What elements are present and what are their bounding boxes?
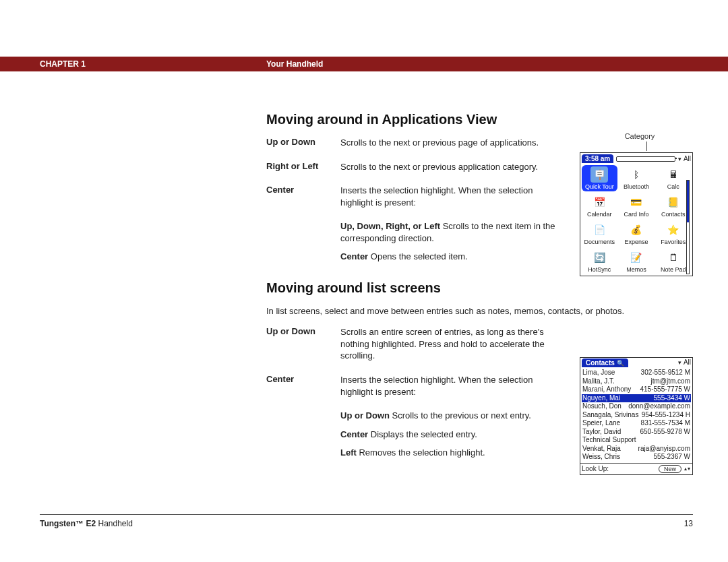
app-label: Memos xyxy=(619,266,655,273)
contact-name: Weiss, Chris xyxy=(582,453,620,462)
app-expense: 💰Expense xyxy=(619,220,655,247)
list-desc-center: Inserts the selection highlight. When th… xyxy=(340,374,556,398)
app-label: Bluetooth xyxy=(619,183,655,190)
apps-category-dropdown: All xyxy=(678,155,691,162)
app-label: HotSync xyxy=(582,266,617,273)
page-header: CHAPTER 1 Your Handheld xyxy=(0,57,728,71)
contact-value: raja@anyisp.com xyxy=(638,445,690,454)
contact-name: Sanagala, Srivinas xyxy=(582,411,638,420)
contact-row: Nguyen, Mai555-3434 W xyxy=(582,394,691,403)
app-memos: 📝Memos xyxy=(619,248,655,274)
heading-list-screens: Moving around list screens xyxy=(266,280,693,296)
contact-row: Technical Support xyxy=(582,436,691,445)
contact-name: Malita, J.T. xyxy=(582,377,615,386)
sub-udrl: Up, Down, Right, or Left Scrolls to the … xyxy=(340,220,556,244)
new-button: New xyxy=(659,465,681,473)
contact-value: 555-2367 W xyxy=(654,453,690,462)
contact-row: Sanagala, Srivinas954-555-1234 H xyxy=(582,411,691,420)
contact-row: Speier, Lane831-555-7534 M xyxy=(582,419,691,428)
apps-scrollbar xyxy=(686,180,690,273)
contact-row: Nosuch, Dondonn@example.com xyxy=(582,402,691,411)
battery-icon xyxy=(616,156,675,162)
heading-apps-view: Moving around in Applications View xyxy=(266,112,693,127)
app-label: Documents xyxy=(582,239,617,245)
card-info-icon: 💳 xyxy=(628,194,645,210)
contact-name: Venkat, Raja xyxy=(582,445,621,454)
list-intro: In list screens, select and move between… xyxy=(266,305,693,317)
list-desc-up-down: Scrolls an entire screen of entries, as … xyxy=(340,326,556,362)
contacts-category-dropdown: All xyxy=(678,358,691,367)
search-icon: 🔍 xyxy=(617,360,624,367)
contact-value: 831-555-7534 M xyxy=(641,419,690,428)
page-footer: Tungsten™ E2 Handheld 13 xyxy=(40,514,693,528)
calendar-icon: 📅 xyxy=(590,194,608,210)
documents-icon: 📄 xyxy=(590,222,608,238)
sub-center-open: Center Opens the selected item. xyxy=(340,251,556,263)
favorites-icon: ⭐ xyxy=(665,222,682,238)
lookup-label: Look Up: xyxy=(582,465,609,472)
contact-name: Technical Support xyxy=(582,436,636,445)
app-bluetooth: ᛒBluetooth xyxy=(619,165,655,191)
contacts-icon: 📒 xyxy=(665,194,682,210)
list-sub-center: Center Displays the selected entry. xyxy=(340,429,556,441)
contact-row: Weiss, Chris555-2367 W xyxy=(582,453,691,462)
app-documents: 📄Documents xyxy=(582,220,617,247)
contact-value: donn@example.com xyxy=(628,402,690,411)
desc-right-left: Scrolls to the next or previous applicat… xyxy=(340,161,556,173)
list-sub-updown: Up or Down Scrolls to the previous or ne… xyxy=(340,410,556,422)
list-label-center: Center xyxy=(266,374,340,398)
contact-name: Nguyen, Mai xyxy=(582,394,620,403)
label-up-down: Up or Down xyxy=(266,137,340,149)
contact-value: jtm@jtm.com xyxy=(651,377,690,386)
footer-product: Tungsten™ E2 Handheld xyxy=(40,519,133,528)
hotsync-icon: 🔄 xyxy=(590,249,608,266)
contact-name: Lima, Jose xyxy=(582,369,615,377)
contact-row: Malita, J.T.jtm@jtm.com xyxy=(582,377,691,386)
contacts-title: Contacts🔍 xyxy=(582,358,628,367)
quick-tour-icon: 🪧 xyxy=(590,166,608,183)
expense-icon: 💰 xyxy=(628,222,645,238)
apps-time: 3:58 am xyxy=(582,154,613,163)
desc-center: Inserts the selection highlight. When th… xyxy=(340,185,556,208)
header-chapter: CHAPTER 1 xyxy=(0,59,266,69)
contact-value: 954-555-1234 H xyxy=(642,411,690,420)
label-right-left: Right or Left xyxy=(266,161,340,173)
app-label: Card Info xyxy=(619,211,655,218)
label-center: Center xyxy=(266,185,340,208)
contact-row: Marani, Anthony415-555-7775 W xyxy=(582,385,691,394)
calc-icon: 🖩 xyxy=(665,166,682,183)
contact-name: Speier, Lane xyxy=(582,419,620,428)
desc-up-down: Scrolls to the next or previous page of … xyxy=(340,137,556,149)
contact-value: 415-555-7775 W xyxy=(640,385,691,394)
list-sub-left: Left Removes the selection highlight. xyxy=(340,447,556,459)
contacts-screenshot: Contacts🔍 All Lima, Jose302-555-9512 MMa… xyxy=(580,357,693,475)
contact-row: Venkat, Rajaraja@anyisp.com xyxy=(582,445,691,454)
contact-name: Nosuch, Don xyxy=(582,402,621,411)
contact-value: 555-3434 W xyxy=(654,394,690,403)
app-calendar: 📅Calendar xyxy=(582,193,617,219)
contact-name: Marani, Anthony xyxy=(582,385,631,394)
app-hotsync: 🔄HotSync xyxy=(582,248,617,274)
contact-name: Taylor, David xyxy=(582,428,621,437)
app-label: Quick Tour xyxy=(582,183,617,190)
contact-row: Lima, Jose302-555-9512 M xyxy=(582,369,691,377)
footer-page-number: 13 xyxy=(684,519,693,528)
app-card-info: 💳Card Info xyxy=(619,193,655,219)
app-label: Calendar xyxy=(582,211,617,218)
app-quick-tour: 🪧Quick Tour xyxy=(582,165,617,191)
apps-caption: Category xyxy=(583,132,696,151)
bluetooth-icon: ᛒ xyxy=(628,166,645,183)
header-section: Your Handheld xyxy=(266,59,323,69)
contact-row: Taylor, David650-555-9278 W xyxy=(582,428,691,437)
scroll-arrows-icon: ▴▾ xyxy=(684,466,691,472)
note-pad-icon: 🗒 xyxy=(665,249,682,266)
memos-icon: 📝 xyxy=(628,249,645,266)
app-label: Expense xyxy=(619,239,655,245)
applications-screenshot: Category 3:58 am All 🪧Quick TourᛒBluetoo… xyxy=(580,132,693,276)
list-label-up-down: Up or Down xyxy=(266,326,340,362)
contact-value: 302-555-9512 M xyxy=(641,369,690,377)
contact-value: 650-555-9278 W xyxy=(640,428,691,437)
